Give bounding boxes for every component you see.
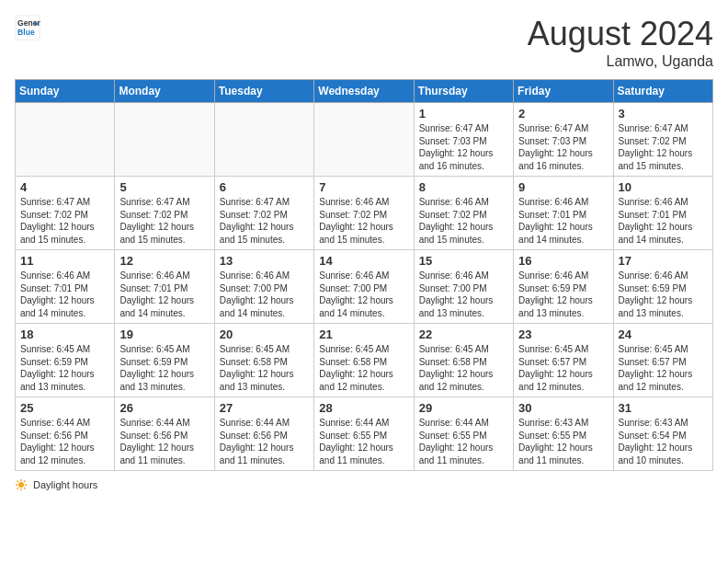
week-row-4: 18Sunrise: 6:45 AM Sunset: 6:59 PM Dayli… xyxy=(16,324,713,397)
day-number: 21 xyxy=(319,327,408,341)
day-info: Sunrise: 6:46 AM Sunset: 7:02 PM Dayligh… xyxy=(319,196,408,246)
day-number: 1 xyxy=(419,107,508,121)
calendar-cell: 6Sunrise: 6:47 AM Sunset: 7:02 PM Daylig… xyxy=(214,177,313,250)
day-info: Sunrise: 6:44 AM Sunset: 6:56 PM Dayligh… xyxy=(119,417,209,466)
week-row-1: 1Sunrise: 6:47 AM Sunset: 7:03 PM Daylig… xyxy=(16,103,713,177)
day-number: 27 xyxy=(220,401,309,415)
page-header: General Blue August 2024 Lamwo, Uganda xyxy=(15,15,713,70)
day-info: Sunrise: 6:46 AM Sunset: 7:00 PM Dayligh… xyxy=(319,270,408,319)
svg-text:Blue: Blue xyxy=(17,28,35,37)
logo: General Blue xyxy=(15,15,40,40)
calendar-cell: 1Sunrise: 6:47 AM Sunset: 7:03 PM Daylig… xyxy=(414,103,513,177)
day-number: 11 xyxy=(20,254,109,268)
calendar-cell: 23Sunrise: 6:45 AM Sunset: 6:57 PM Dayli… xyxy=(514,324,613,397)
calendar-cell: 26Sunrise: 6:44 AM Sunset: 6:56 PM Dayli… xyxy=(115,397,214,471)
day-info: Sunrise: 6:46 AM Sunset: 7:00 PM Dayligh… xyxy=(220,270,309,319)
day-info: Sunrise: 6:43 AM Sunset: 6:54 PM Dayligh… xyxy=(619,417,708,466)
day-info: Sunrise: 6:47 AM Sunset: 7:03 PM Dayligh… xyxy=(518,122,608,172)
day-info: Sunrise: 6:44 AM Sunset: 6:56 PM Dayligh… xyxy=(220,417,309,466)
day-info: Sunrise: 6:46 AM Sunset: 7:00 PM Dayligh… xyxy=(419,270,508,319)
day-number: 25 xyxy=(20,401,109,415)
calendar-cell xyxy=(314,103,414,177)
calendar-cell: 7Sunrise: 6:46 AM Sunset: 7:02 PM Daylig… xyxy=(314,177,414,250)
calendar-cell: 31Sunrise: 6:43 AM Sunset: 6:54 PM Dayli… xyxy=(613,397,712,471)
day-number: 7 xyxy=(319,180,408,194)
col-header-wednesday: Wednesday xyxy=(314,80,414,103)
day-info: Sunrise: 6:43 AM Sunset: 6:55 PM Dayligh… xyxy=(518,417,608,466)
day-number: 29 xyxy=(419,401,508,415)
day-number: 14 xyxy=(319,254,408,268)
col-header-thursday: Thursday xyxy=(414,80,513,103)
day-info: Sunrise: 6:47 AM Sunset: 7:03 PM Dayligh… xyxy=(419,122,508,172)
day-info: Sunrise: 6:46 AM Sunset: 6:59 PM Dayligh… xyxy=(619,270,708,319)
day-info: Sunrise: 6:46 AM Sunset: 6:59 PM Dayligh… xyxy=(518,270,608,319)
title-block: August 2024 Lamwo, Uganda xyxy=(528,15,713,70)
day-info: Sunrise: 6:46 AM Sunset: 7:01 PM Dayligh… xyxy=(619,196,708,246)
day-number: 10 xyxy=(619,180,708,194)
calendar-cell: 12Sunrise: 6:46 AM Sunset: 7:01 PM Dayli… xyxy=(115,250,214,324)
col-header-tuesday: Tuesday xyxy=(214,80,313,103)
day-number: 28 xyxy=(319,401,408,415)
calendar-cell: 20Sunrise: 6:45 AM Sunset: 6:58 PM Dayli… xyxy=(214,324,313,397)
footer: Daylight hours xyxy=(15,478,713,491)
calendar-cell: 30Sunrise: 6:43 AM Sunset: 6:55 PM Dayli… xyxy=(514,397,613,471)
sun-icon xyxy=(15,478,28,491)
col-header-sunday: Sunday xyxy=(16,80,115,103)
calendar-cell: 9Sunrise: 6:46 AM Sunset: 7:01 PM Daylig… xyxy=(514,177,613,250)
header-row: SundayMondayTuesdayWednesdayThursdayFrid… xyxy=(16,80,713,103)
day-number: 5 xyxy=(119,180,209,194)
svg-line-12 xyxy=(17,488,18,488)
day-info: Sunrise: 6:47 AM Sunset: 7:02 PM Dayligh… xyxy=(20,196,109,246)
day-info: Sunrise: 6:44 AM Sunset: 6:55 PM Dayligh… xyxy=(319,417,408,466)
day-info: Sunrise: 6:45 AM Sunset: 6:59 PM Dayligh… xyxy=(20,343,109,393)
calendar-cell: 16Sunrise: 6:46 AM Sunset: 6:59 PM Dayli… xyxy=(514,250,613,324)
calendar-cell: 27Sunrise: 6:44 AM Sunset: 6:56 PM Dayli… xyxy=(214,397,313,471)
day-number: 13 xyxy=(220,254,309,268)
calendar-cell: 5Sunrise: 6:47 AM Sunset: 7:02 PM Daylig… xyxy=(115,177,214,250)
week-row-3: 11Sunrise: 6:46 AM Sunset: 7:01 PM Dayli… xyxy=(16,250,713,324)
daylight-hours-label: Daylight hours xyxy=(33,479,97,490)
day-number: 16 xyxy=(518,254,608,268)
calendar-cell: 3Sunrise: 6:47 AM Sunset: 7:02 PM Daylig… xyxy=(613,103,712,177)
col-header-saturday: Saturday xyxy=(613,80,712,103)
calendar-cell xyxy=(214,103,313,177)
calendar-cell: 19Sunrise: 6:45 AM Sunset: 6:59 PM Dayli… xyxy=(115,324,214,397)
day-number: 9 xyxy=(518,180,608,194)
col-header-monday: Monday xyxy=(115,80,214,103)
col-header-friday: Friday xyxy=(514,80,613,103)
calendar-cell: 11Sunrise: 6:46 AM Sunset: 7:01 PM Dayli… xyxy=(16,250,115,324)
day-number: 15 xyxy=(419,254,508,268)
calendar-cell: 25Sunrise: 6:44 AM Sunset: 6:56 PM Dayli… xyxy=(16,397,115,471)
week-row-2: 4Sunrise: 6:47 AM Sunset: 7:02 PM Daylig… xyxy=(16,177,713,250)
calendar-cell: 18Sunrise: 6:45 AM Sunset: 6:59 PM Dayli… xyxy=(16,324,115,397)
day-number: 30 xyxy=(518,401,608,415)
logo-icon: General Blue xyxy=(15,15,40,40)
day-info: Sunrise: 6:45 AM Sunset: 6:58 PM Dayligh… xyxy=(319,343,408,393)
day-number: 22 xyxy=(419,327,508,341)
day-number: 19 xyxy=(119,327,209,341)
day-number: 24 xyxy=(619,327,708,341)
day-info: Sunrise: 6:47 AM Sunset: 7:02 PM Dayligh… xyxy=(619,122,708,172)
day-number: 3 xyxy=(619,107,708,121)
calendar-cell: 28Sunrise: 6:44 AM Sunset: 6:55 PM Dayli… xyxy=(314,397,414,471)
day-info: Sunrise: 6:47 AM Sunset: 7:02 PM Dayligh… xyxy=(119,196,209,246)
day-number: 18 xyxy=(20,327,109,341)
calendar-cell: 2Sunrise: 6:47 AM Sunset: 7:03 PM Daylig… xyxy=(514,103,613,177)
day-info: Sunrise: 6:45 AM Sunset: 6:57 PM Dayligh… xyxy=(619,343,708,393)
calendar-cell: 29Sunrise: 6:44 AM Sunset: 6:55 PM Dayli… xyxy=(414,397,513,471)
day-info: Sunrise: 6:44 AM Sunset: 6:56 PM Dayligh… xyxy=(20,417,109,466)
day-number: 12 xyxy=(119,254,209,268)
calendar-cell: 13Sunrise: 6:46 AM Sunset: 7:00 PM Dayli… xyxy=(214,250,313,324)
calendar-cell: 14Sunrise: 6:46 AM Sunset: 7:00 PM Dayli… xyxy=(314,250,414,324)
day-info: Sunrise: 6:47 AM Sunset: 7:02 PM Dayligh… xyxy=(220,196,309,246)
calendar-table: SundayMondayTuesdayWednesdayThursdayFrid… xyxy=(15,79,713,471)
svg-point-4 xyxy=(18,482,24,488)
day-info: Sunrise: 6:45 AM Sunset: 6:57 PM Dayligh… xyxy=(518,343,608,393)
day-number: 26 xyxy=(119,401,209,415)
day-info: Sunrise: 6:46 AM Sunset: 7:02 PM Dayligh… xyxy=(419,196,508,246)
day-info: Sunrise: 6:46 AM Sunset: 7:01 PM Dayligh… xyxy=(119,270,209,319)
calendar-cell xyxy=(16,103,115,177)
location-title: Lamwo, Uganda xyxy=(528,53,713,70)
svg-line-9 xyxy=(17,481,18,482)
day-number: 20 xyxy=(220,327,309,341)
